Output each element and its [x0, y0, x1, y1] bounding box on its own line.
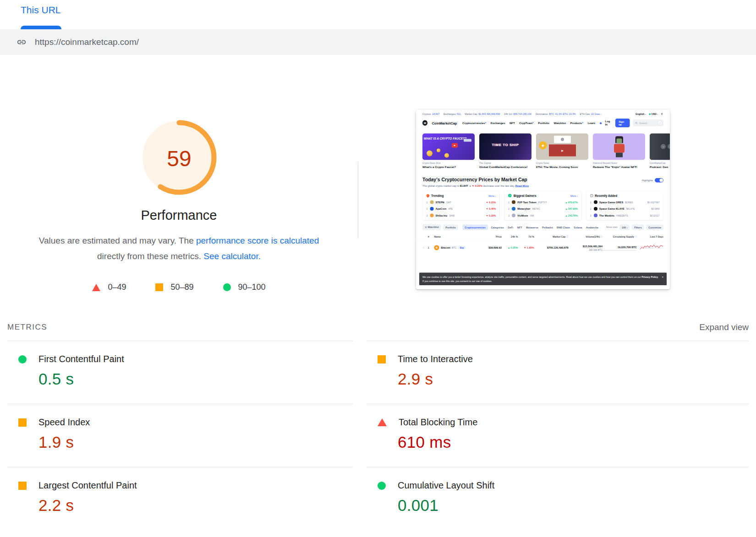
banner-eth-movie[interactable]: ▶ ◆: [536, 134, 588, 160]
caption-crypto-faucet[interactable]: Crypto Deep Dive What's a Crypto Faucet?: [422, 162, 475, 174]
metric-first-contentful-paint: First Contentful Paint 0.5 s: [7, 341, 353, 404]
table-row-bitcoin[interactable]: ☆ 1 B Bitcoin BTC Buy $39,699.92 ▲ 0.25%…: [416, 241, 670, 255]
tab-cryptocurrencies[interactable]: Cryptocurrencies: [462, 224, 488, 230]
list-item[interactable]: 3 VicMoveVIM ▲ 243.76%: [508, 214, 578, 217]
tab-portfolio[interactable]: Portfolio: [443, 224, 458, 230]
cmc-logo-icon[interactable]: M: [422, 120, 427, 126]
performance-score: 59: [167, 146, 191, 171]
pagespeed-report: This URL https://coinmarketcap.com/ 59 P…: [0, 0, 756, 537]
gainers-more-link[interactable]: More ›: [570, 194, 578, 197]
col-price[interactable]: Price: [479, 235, 502, 238]
carousel-right-icon[interactable]: ›: [668, 144, 670, 149]
coin-7d-change: ▼ 1.85%: [518, 246, 534, 249]
list-item[interactable]: 2 Space Game KLAYE$KLAYE $0.9864: [590, 207, 660, 211]
url-bar: https://coinmarketcap.com/: [0, 29, 756, 55]
tab-metaverse[interactable]: Metaverse: [525, 224, 539, 230]
caption-podcast[interactable]: CoinMarketCap Podcast: Gen: [650, 162, 670, 174]
coin-name: Bitcoin: [441, 246, 450, 250]
dark-mode-icon[interactable]: ☾: [661, 113, 663, 115]
login-button[interactable]: Log In: [605, 120, 613, 126]
filters-button[interactable]: Filters: [632, 224, 644, 230]
banner-enjin-avatar[interactable]: [593, 134, 645, 160]
col-circulating-supply[interactable]: Circulating Supply ⓘ: [603, 235, 637, 239]
col-name[interactable]: Name: [434, 235, 479, 238]
nav-cryptocurrencies[interactable]: Cryptocurrencies●: [462, 121, 486, 125]
metric-largest-contentful-paint: Largest Contentful Paint 2.2 s: [7, 467, 353, 530]
market-heading-row: Today's Cryptocurrency Prices by Market …: [416, 174, 670, 183]
col-volume[interactable]: Volume(24h) ⓘ: [569, 235, 603, 239]
nav-learn[interactable]: Learn: [588, 121, 595, 125]
see-calculator-link[interactable]: See calculator.: [203, 251, 261, 261]
list-item[interactable]: 1 STEPNGMT ▼ 6.22%: [427, 201, 496, 204]
list-item[interactable]: 2 ApeCoinAPE ▼ 0.46%: [427, 207, 496, 211]
currency-selector[interactable]: USD ▾: [649, 113, 658, 115]
tab-bnb-chain[interactable]: BNB Chain: [556, 224, 571, 230]
banner-time-to-ship[interactable]: TIME TO SHIP: [479, 134, 531, 160]
stat-24hvol: 24h Vol: $56,724,280,130: [504, 113, 531, 115]
nav-cryptown[interactable]: CrypTown●: [519, 121, 534, 125]
metrics-header: METRICS Expand view: [7, 322, 749, 332]
cmc-brand[interactable]: CoinMarketCap: [432, 121, 457, 125]
coin-icon: [594, 207, 597, 211]
expand-view-button[interactable]: Expand view: [699, 322, 749, 332]
fail-triangle-icon: [378, 418, 387, 426]
read-more-link[interactable]: Read More: [515, 184, 529, 187]
flame-icon: [426, 194, 430, 198]
clock-icon: [590, 194, 593, 197]
performance-gauge[interactable]: 59: [140, 118, 219, 197]
signup-button[interactable]: Sign up: [615, 119, 630, 127]
watchlist-star-icon[interactable]: ☆: [422, 246, 428, 250]
banner-crypto-faucet[interactable]: WHAT IS A CRYPTO FAUCET? ▶: [422, 134, 475, 160]
tab-nft[interactable]: NFT: [516, 224, 523, 230]
nav-exchanges[interactable]: Exchanges: [491, 121, 505, 125]
list-item[interactable]: 1 P2P Taxi TokenP2PTXT ▲ 670.07%: [508, 201, 578, 204]
supply-progress-bar: [603, 250, 637, 251]
caption-enjin[interactable]: Diamond Reward Store! Redeem The "Enjin"…: [593, 162, 645, 174]
nav-products[interactable]: Products●: [570, 121, 583, 125]
rows-count-dropdown[interactable]: 100 ▾: [619, 224, 630, 230]
coinmarketcap-mini-page: Cryptos: 18,967 Exchanges: 511 Market Ca…: [416, 110, 670, 289]
list-item[interactable]: 3 The MeebitsHMEEBITS $0.02017: [590, 214, 660, 217]
tab-polkadot[interactable]: Polkadot: [541, 224, 553, 230]
diamond-rewards-icon[interactable]: ◆: [600, 121, 602, 125]
legend-fail: 0–49: [92, 282, 126, 292]
nav-portfolio[interactable]: Portfolio: [538, 121, 549, 125]
nav-watchlist[interactable]: Watchlist: [553, 121, 565, 125]
tab-categories[interactable]: Categories: [490, 224, 504, 230]
close-icon[interactable]: ×: [662, 275, 663, 278]
col-7d[interactable]: 7d %: [518, 235, 534, 238]
legend-average-label: 50–89: [170, 282, 193, 292]
page-screenshot-thumbnail[interactable]: Cryptos: 18,967 Exchanges: 511 Market Ca…: [416, 110, 670, 289]
list-item[interactable]: 3 Shiba InuSHIB ▼ 0.29%: [427, 214, 496, 217]
tab-avalanche[interactable]: Avalanche: [585, 224, 599, 230]
legend-fail-label: 0–49: [108, 282, 126, 292]
nav-nft[interactable]: NFT: [509, 121, 515, 125]
carousel-left-icon[interactable]: ‹: [661, 144, 666, 149]
list-item[interactable]: 1 Space Game ORES$ORES $0.0007667: [590, 201, 660, 204]
tab-defi[interactable]: DeFi: [507, 224, 514, 230]
list-item[interactable]: 2 MetacyberMETAC ▲ 347.99%: [508, 207, 578, 211]
customize-button[interactable]: Customize: [646, 224, 663, 230]
tab-watchlist[interactable]: ☆ Watchlist: [422, 224, 441, 230]
tab-solana[interactable]: Solana: [573, 224, 583, 230]
pass-circle-icon: [378, 482, 386, 490]
calc-link[interactable]: performance score is calculated: [196, 236, 319, 245]
average-square-icon: [18, 418, 27, 427]
highlights-toggle[interactable]: [655, 178, 663, 183]
col-rank[interactable]: #: [428, 235, 434, 238]
trending-more-link[interactable]: More ›: [488, 194, 496, 197]
caption-eth-movie[interactable]: Crypto News ETH: The Movie, Coming Soon: [536, 162, 588, 174]
col-24h[interactable]: 24h %: [502, 235, 518, 238]
coin-price: $39,699.92: [479, 246, 502, 249]
caption-capital[interactable]: The Capital Global CoinMarketCap Confere…: [479, 162, 531, 174]
buy-button[interactable]: Buy: [458, 246, 466, 250]
tab-this-url[interactable]: This URL: [21, 5, 61, 16]
search-box[interactable]: Search /: [633, 119, 663, 126]
promo-banner-row: WHAT IS A CRYPTO FAUCET? ▶ TIME TO SHIP …: [416, 130, 670, 160]
language-selector[interactable]: English ▾: [635, 113, 646, 115]
banner-podcast[interactable]: ‹ ›: [650, 134, 670, 160]
average-square-icon: [378, 355, 386, 363]
market-subtext: The global crypto market cap is $1.84T, …: [416, 183, 670, 187]
col-market-cap[interactable]: Market Cap ⓘ: [534, 235, 569, 239]
coin-icon: [512, 207, 515, 211]
